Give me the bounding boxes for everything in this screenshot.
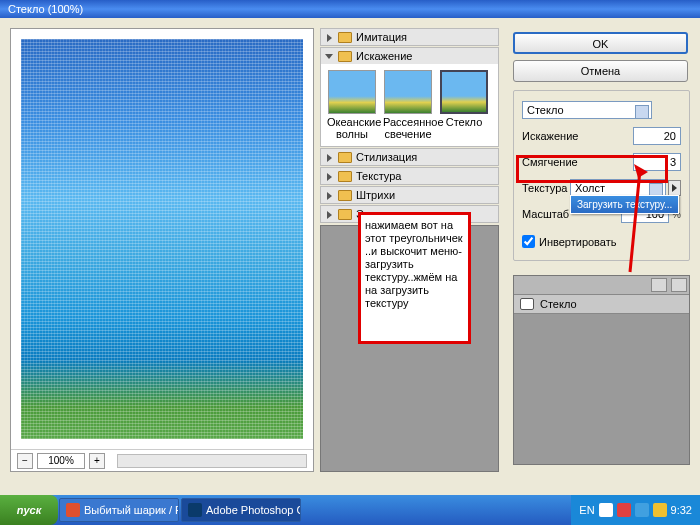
zoom-in-button[interactable]: + bbox=[89, 453, 105, 469]
zoom-out-button[interactable]: − bbox=[17, 453, 33, 469]
category-imitation[interactable]: Имитация bbox=[320, 28, 499, 46]
filter-thumb-glass[interactable]: Стекло bbox=[439, 70, 489, 140]
start-button[interactable]: пуск bbox=[0, 495, 58, 525]
annotation-text: нажимаем вот на этот треугольничек ..и в… bbox=[365, 219, 463, 309]
filter-select[interactable]: Стекло bbox=[522, 101, 652, 119]
invert-label: Инвертировать bbox=[539, 236, 616, 248]
effect-layers-panel: Стекло bbox=[513, 275, 690, 465]
category-label: Штрихи bbox=[356, 189, 395, 201]
horizontal-scrollbar[interactable] bbox=[117, 454, 307, 468]
taskbar-item-label: Выбитый шарик / Ph... bbox=[84, 504, 179, 516]
distortion-row: Искажение bbox=[522, 127, 681, 145]
clock[interactable]: 9:32 bbox=[671, 504, 692, 516]
photoshop-icon bbox=[188, 503, 202, 517]
thumb-label: Стекло bbox=[446, 116, 483, 128]
filter-thumb-diffuse-glow[interactable]: Рассеянное свечение bbox=[383, 70, 433, 140]
chevron-right-icon bbox=[325, 210, 334, 219]
invert-checkbox[interactable] bbox=[522, 235, 535, 248]
annotation-text-box: нажимаем вот на этот треугольничек ..и в… bbox=[358, 212, 471, 344]
tray-icon[interactable] bbox=[617, 503, 631, 517]
folder-icon bbox=[338, 190, 352, 201]
category-body: Океанские волны Рассеянное свечение Стек… bbox=[321, 64, 498, 146]
category-texture[interactable]: Текстура bbox=[320, 167, 499, 185]
thumb-image bbox=[384, 70, 432, 114]
taskbar-item-label: Adobe Photoshop CS... bbox=[206, 504, 301, 516]
opera-icon bbox=[66, 503, 80, 517]
zoom-value[interactable]: 100% bbox=[37, 453, 85, 469]
folder-icon bbox=[338, 209, 352, 220]
thumb-label: Океанские волны bbox=[327, 116, 381, 140]
chevron-down-icon bbox=[654, 187, 660, 191]
folder-icon bbox=[338, 32, 352, 43]
tray-icon[interactable] bbox=[599, 503, 613, 517]
thumb-label: Рассеянное свечение bbox=[383, 116, 444, 140]
category-label: Стилизация bbox=[356, 151, 417, 163]
ok-button[interactable]: OK bbox=[513, 32, 688, 54]
chevron-down-icon bbox=[640, 109, 646, 113]
tray-icon[interactable] bbox=[635, 503, 649, 517]
texture-label: Текстура bbox=[522, 182, 570, 194]
chevron-right-icon bbox=[325, 153, 334, 162]
category-stylize[interactable]: Стилизация bbox=[320, 148, 499, 166]
filter-thumb-ocean-waves[interactable]: Океанские волны bbox=[327, 70, 377, 140]
chevron-down-icon bbox=[325, 52, 334, 61]
folder-icon bbox=[338, 51, 352, 62]
cancel-button[interactable]: Отмена bbox=[513, 60, 688, 82]
preview-image bbox=[21, 39, 303, 439]
filter-select-value: Стекло bbox=[527, 104, 564, 116]
taskbar-item[interactable]: Выбитый шарик / Ph... bbox=[59, 498, 179, 522]
texture-flyout-button[interactable] bbox=[668, 180, 681, 196]
category-strokes[interactable]: Штрихи bbox=[320, 186, 499, 204]
language-indicator[interactable]: EN bbox=[579, 504, 594, 516]
eye-icon[interactable] bbox=[520, 298, 534, 310]
annotation-highlight-box bbox=[516, 155, 668, 183]
preview-controls: − 100% + bbox=[11, 449, 313, 471]
category-distortion[interactable]: Искажение Океанские волны Рассеянное све… bbox=[320, 47, 499, 147]
invert-checkbox-row: Инвертировать bbox=[522, 235, 681, 248]
folder-icon bbox=[338, 152, 352, 163]
new-effect-layer-button[interactable] bbox=[651, 278, 667, 292]
category-label: Имитация bbox=[356, 31, 407, 43]
delete-effect-layer-button[interactable] bbox=[671, 278, 687, 292]
chevron-right-icon bbox=[325, 33, 334, 42]
distortion-label: Искажение bbox=[522, 130, 633, 142]
effect-layer-row[interactable]: Стекло bbox=[514, 295, 689, 314]
distortion-input[interactable] bbox=[633, 127, 681, 145]
taskbar-item[interactable]: Adobe Photoshop CS... bbox=[181, 498, 301, 522]
workspace: − 100% + Имитация Искажение Океанские во… bbox=[0, 18, 700, 472]
system-tray: EN 9:32 bbox=[571, 495, 700, 525]
taskbar: пуск Выбитый шарик / Ph... Adobe Photosh… bbox=[0, 495, 700, 525]
effect-layer-label: Стекло bbox=[540, 298, 577, 310]
chevron-right-icon bbox=[325, 172, 334, 181]
folder-icon bbox=[338, 171, 352, 182]
tray-icon[interactable] bbox=[653, 503, 667, 517]
texture-value: Холст bbox=[575, 182, 605, 194]
category-label: Текстура bbox=[356, 170, 401, 182]
options-panel: OK Отмена Стекло Искажение Смягчение Тек… bbox=[505, 18, 700, 472]
window-titlebar: Стекло (100%) bbox=[0, 0, 700, 18]
chevron-right-icon bbox=[325, 191, 334, 200]
preview-panel: − 100% + bbox=[10, 28, 314, 472]
thumb-image bbox=[328, 70, 376, 114]
thumb-image bbox=[440, 70, 488, 114]
load-texture-menu-item[interactable]: Загрузить текстуру... bbox=[570, 195, 679, 214]
category-label: Искажение bbox=[356, 50, 412, 62]
window-title: Стекло (100%) bbox=[8, 3, 83, 15]
